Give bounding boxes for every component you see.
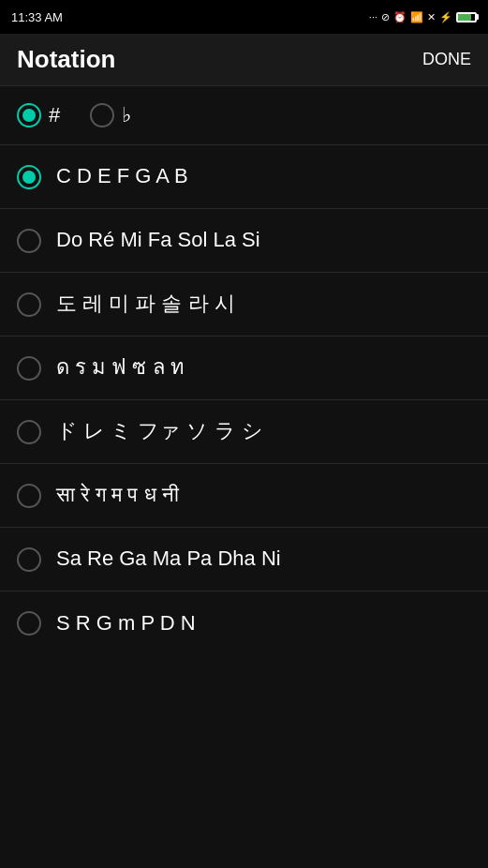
x-icon: ✕ <box>427 11 436 23</box>
notation-label-solfege-thai: ด ร ม ฟ ซ ล ท <box>56 355 185 380</box>
notation-item-solfege-hindi[interactable]: सा रे ग म प ध नी <box>0 464 488 528</box>
status-bar: 11:33 AM ··· ⊘ ⏰ 📶 ✕ ⚡ <box>0 0 488 34</box>
accidental-row: # ♭ <box>0 86 488 145</box>
sharp-symbol: # <box>49 103 60 127</box>
notation-list: C D E F G A BDo Ré Mi Fa Sol La Si도 레 미 … <box>0 145 488 655</box>
flat-option[interactable]: ♭ <box>90 103 131 127</box>
notation-label-solfege-latin: Do Ré Mi Fa Sol La Si <box>56 228 260 252</box>
notation-item-solfege-transliterated[interactable]: Sa Re Ga Ma Pa Dha Ni <box>0 528 488 591</box>
notation-label-solfege-japanese: ド レ ミ ファ ソ ラ シ <box>56 419 263 443</box>
notation-item-solfege-latin[interactable]: Do Ré Mi Fa Sol La Si <box>0 209 488 273</box>
radio-solfege-korean[interactable] <box>17 292 41 317</box>
page-title: Notation <box>17 45 115 74</box>
notation-label-solfege-hindi: सा रे ग म प ध नी <box>56 483 179 507</box>
radio-solfege-latin[interactable] <box>17 229 41 253</box>
flat-symbol: ♭ <box>122 103 131 127</box>
status-time: 11:33 AM <box>11 10 63 24</box>
notation-label-solfege-transliterated: Sa Re Ga Ma Pa Dha Ni <box>56 546 281 571</box>
signal-icon: ··· <box>369 11 377 22</box>
sharp-radio[interactable] <box>17 103 41 127</box>
notation-item-solfege-korean[interactable]: 도 레 미 파 솔 라 시 <box>0 273 488 337</box>
notation-label-solfege-short: S R G m P D N <box>56 611 196 636</box>
notation-item-solfege-japanese[interactable]: ド レ ミ ファ ソ ラ シ <box>0 400 488 464</box>
charging-icon: ⚡ <box>439 11 452 23</box>
notation-item-solfege-thai[interactable]: ด ร ม ฟ ซ ล ท <box>0 337 488 400</box>
wifi-icon: 📶 <box>410 11 423 23</box>
radio-solfege-thai[interactable] <box>17 356 41 381</box>
radio-solfege-japanese[interactable] <box>17 420 41 444</box>
radio-cdefgab[interactable] <box>17 165 41 189</box>
notation-item-solfege-short[interactable]: S R G m P D N <box>0 591 488 655</box>
status-icons: ··· ⊘ ⏰ 📶 ✕ ⚡ <box>369 11 477 23</box>
flat-radio[interactable] <box>90 103 114 127</box>
mute-icon: ⊘ <box>381 11 390 23</box>
radio-solfege-transliterated[interactable] <box>17 547 41 572</box>
done-button[interactable]: DONE <box>422 50 471 69</box>
notation-label-cdefgab: C D E F G A B <box>56 164 188 188</box>
notation-label-solfege-korean: 도 레 미 파 솔 라 시 <box>56 292 235 316</box>
alarm-icon: ⏰ <box>393 11 407 23</box>
radio-solfege-hindi[interactable] <box>17 484 41 508</box>
battery-icon <box>456 12 477 22</box>
radio-solfege-short[interactable] <box>17 611 41 636</box>
notation-item-cdefgab[interactable]: C D E F G A B <box>0 145 488 209</box>
header: Notation DONE <box>0 34 488 86</box>
sharp-option[interactable]: # <box>17 103 60 127</box>
